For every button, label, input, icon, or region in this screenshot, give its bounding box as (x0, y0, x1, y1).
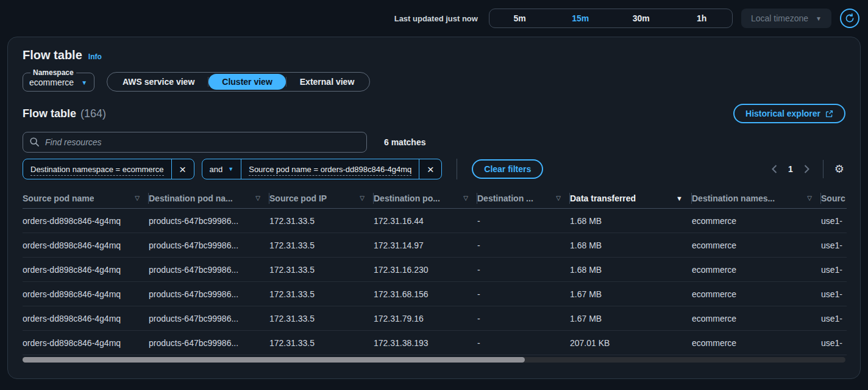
refresh-icon (845, 13, 855, 23)
scrollbar-thumb[interactable] (23, 357, 525, 363)
table-row: orders-dd898c846-4g4mqproducts-647bc9998… (23, 258, 847, 282)
table-row: orders-dd898c846-4g4mqproducts-647bc9998… (23, 209, 847, 233)
column-header-destination-pod-na[interactable]: Destination pod na...▽ (149, 188, 269, 208)
table-cell: orders-dd898c846-4g4mq (23, 338, 149, 348)
previous-page-icon[interactable] (768, 164, 781, 175)
view-tab-cluster-view[interactable]: Cluster view (208, 74, 285, 90)
table-heading-row: Flow table (164) Historical explorer (23, 104, 845, 123)
column-header-source-pod-ip[interactable]: Source pod IP▽ (269, 188, 374, 208)
table-cell: orders-dd898c846-4g4mq (23, 240, 149, 250)
search-icon (29, 137, 40, 147)
table-count: (164) (80, 107, 106, 120)
column-header-sourc[interactable]: Sourc▽ (821, 188, 847, 208)
controls-row: Namespace ecommerce ▼ AWS service viewCl… (23, 68, 845, 92)
table-cell: 172.31.38.193 (374, 338, 477, 348)
historical-explorer-button[interactable]: Historical explorer (733, 104, 845, 123)
table-cell: products-647bc99986... (149, 314, 269, 323)
table-cell: - (477, 265, 570, 275)
filter-token-text[interactable]: Destination namespace = ecommerce (23, 165, 171, 174)
table-cell: 172.31.68.156 (374, 289, 477, 299)
sort-descending-icon[interactable]: ▼ (676, 195, 683, 202)
table-cell: products-647bc99986... (149, 338, 269, 348)
sort-icon[interactable]: ▽ (463, 195, 468, 201)
search-box (23, 132, 367, 153)
table-cell: use1- (821, 265, 847, 275)
sort-icon[interactable]: ▽ (807, 195, 812, 201)
table-cell: 172.31.79.16 (374, 314, 477, 323)
divider (457, 159, 457, 179)
filter-token-text[interactable]: Source pod name = orders-dd898c846-4g4mq (241, 165, 419, 174)
refresh-button[interactable] (840, 9, 859, 28)
column-header-destination-names[interactable]: Destination names...▽ (692, 188, 821, 208)
table-cell: 1.67 MB (570, 289, 692, 299)
page-number[interactable]: 1 (784, 164, 797, 174)
table-cell: ecommerce (692, 216, 821, 226)
sort-icon[interactable]: ▽ (556, 195, 561, 201)
table-cell: 172.31.33.5 (269, 314, 374, 323)
table-cell: 172.31.16.230 (374, 265, 477, 275)
column-header-data-transferred[interactable]: Data transferred▼ (570, 188, 692, 208)
view-tab-aws-service-view[interactable]: AWS service view (109, 74, 208, 90)
table-cell: orders-dd898c846-4g4mq (23, 314, 149, 323)
column-header-destination[interactable]: Destination ...▽ (477, 188, 570, 208)
table-cell: 1.68 MB (570, 265, 692, 275)
close-icon[interactable]: × (419, 159, 441, 179)
sort-icon[interactable]: ▽ (135, 195, 140, 201)
table-cell: - (477, 216, 570, 226)
time-range-1h[interactable]: 1h (671, 9, 732, 27)
historical-explorer-label: Historical explorer (745, 109, 820, 118)
external-link-icon (825, 110, 833, 118)
column-label: Destination po... (374, 193, 440, 203)
search-input[interactable] (23, 132, 367, 153)
namespace-select[interactable]: Namespace ecommerce ▼ (23, 68, 94, 92)
column-label: Source pod IP (269, 193, 327, 203)
pagination: 1 ⚙ (768, 160, 845, 178)
chevron-down-icon: ▼ (228, 166, 233, 172)
table-cell: 207.01 KB (570, 338, 692, 348)
info-link[interactable]: Info (88, 52, 102, 61)
time-range-15m[interactable]: 15m (550, 9, 611, 27)
horizontal-scrollbar[interactable] (23, 357, 845, 363)
table-cell: ecommerce (692, 314, 821, 323)
chevron-down-icon: ▼ (81, 79, 87, 86)
gear-icon[interactable]: ⚙ (833, 162, 845, 176)
table-cell: 172.31.16.44 (374, 216, 477, 226)
table-cell: ecommerce (692, 240, 821, 250)
column-header-source-pod-name[interactable]: Source pod name▽ (23, 188, 149, 208)
filter-row: Destination namespace = ecommerce × and … (23, 159, 845, 179)
column-header-destination-po[interactable]: Destination po...▽ (374, 188, 477, 208)
close-icon[interactable]: × (172, 159, 194, 179)
time-range-control: 5m15m30m1h (489, 9, 733, 28)
namespace-value: ecommerce (29, 78, 74, 87)
column-label: Sourc (821, 193, 845, 203)
table-cell: use1- (821, 338, 847, 348)
table-title: Flow table (23, 107, 76, 120)
sort-icon[interactable]: ▽ (255, 195, 260, 201)
table-cell: orders-dd898c846-4g4mq (23, 216, 149, 226)
view-tab-external-view[interactable]: External view (286, 74, 368, 90)
table-cell: use1- (821, 240, 847, 250)
table-body: orders-dd898c846-4g4mqproducts-647bc9998… (23, 209, 847, 355)
table-cell: 172.31.33.5 (269, 338, 374, 348)
panel-title-row: Flow table Info (23, 48, 845, 62)
filter-operator-dropdown[interactable]: and ▼ (202, 165, 241, 174)
table-cell: 172.31.33.5 (269, 240, 374, 250)
table-cell: - (477, 289, 570, 299)
table-cell: - (477, 314, 570, 323)
table-row: orders-dd898c846-4g4mqproducts-647bc9998… (23, 233, 847, 258)
table-cell: ecommerce (692, 338, 821, 348)
sort-icon[interactable]: ▽ (360, 195, 365, 201)
column-label: Data transferred (570, 193, 636, 203)
divider (823, 160, 824, 178)
flow-table-panel: Flow table Info Namespace ecommerce ▼ AW… (7, 37, 861, 379)
table-cell: ecommerce (692, 265, 821, 275)
time-range-5m[interactable]: 5m (489, 9, 550, 27)
clear-filters-button[interactable]: Clear filters (472, 159, 543, 179)
table-cell: 172.31.33.5 (269, 265, 374, 275)
time-range-30m[interactable]: 30m (611, 9, 672, 27)
table-cell: ecommerce (692, 289, 821, 299)
chevron-down-icon: ▼ (816, 15, 822, 22)
timezone-dropdown[interactable]: Local timezone ▼ (741, 9, 831, 28)
filter-token-destination-namespace: Destination namespace = ecommerce × (23, 159, 194, 179)
next-page-icon[interactable] (800, 164, 813, 175)
